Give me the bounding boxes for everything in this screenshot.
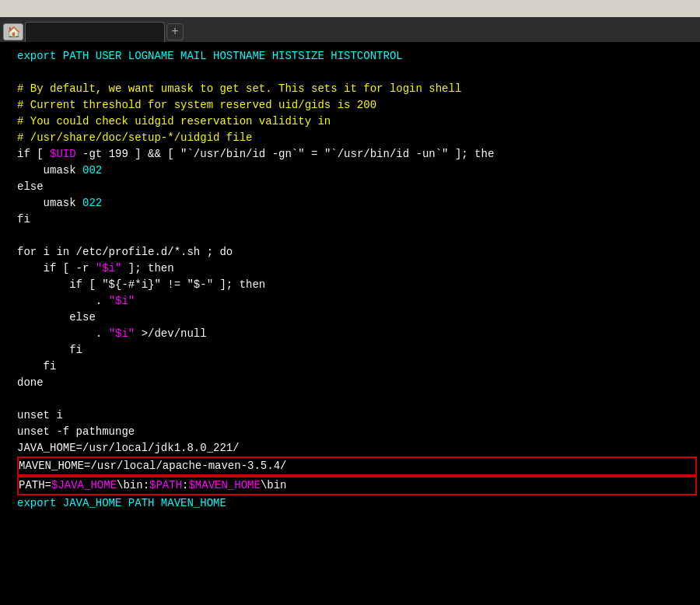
terminal-text-segment: \bin bbox=[261, 479, 287, 491]
terminal-line: else bbox=[17, 179, 697, 195]
terminal-text-segment: ]; then bbox=[121, 262, 173, 275]
terminal-line: export PATH USER LOGNAME MAIL HOSTNAME H… bbox=[17, 48, 697, 65]
terminal-text-segment: PATH= bbox=[19, 479, 51, 491]
terminal-line: if [ $UID -gt 199 ] && [ "`/usr/bin/id -… bbox=[17, 146, 697, 163]
terminal-line: umask 022 bbox=[17, 195, 697, 212]
terminal-text-segment: for i in /etc/profile.d/*.sh ; do bbox=[17, 246, 233, 258]
top-nav bbox=[0, 0, 700, 17]
terminal-text-segment: . bbox=[17, 295, 109, 307]
terminal-line: umask 002 bbox=[17, 163, 697, 179]
terminal-line: . "$i" bbox=[17, 293, 697, 309]
terminal-text-segment: MAVEN_HOME=/usr/local/apache-maven-3.5.4… bbox=[19, 460, 286, 472]
terminal-text-segment: "$i" bbox=[96, 262, 122, 275]
terminal-text-segment: # Current threshold for system reserved … bbox=[17, 99, 376, 111]
terminal-line: MAVEN_HOME=/usr/local/apache-maven-3.5.4… bbox=[17, 456, 697, 476]
terminal-line bbox=[17, 65, 697, 81]
terminal-text-segment: # By default, we want umask to get set. … bbox=[17, 82, 461, 95]
terminal-text-segment: if [ -r bbox=[17, 262, 96, 275]
terminal-line: fi bbox=[17, 212, 697, 228]
terminal-line: if [ "${-#*i}" != "$-" ]; then bbox=[17, 277, 697, 293]
terminal-line: export JAVA_HOME PATH MAVEN_HOME bbox=[17, 495, 697, 512]
terminal-line: unset -f pathmunge bbox=[17, 424, 697, 440]
terminal-line: # Current threshold for system reserved … bbox=[17, 97, 697, 114]
terminal-line: JAVA_HOME=/usr/local/jdk1.8.0_221/ bbox=[17, 440, 697, 456]
terminal-text-segment: # You could check uidgid reservation val… bbox=[17, 115, 331, 128]
terminal-text-segment: umask bbox=[17, 197, 82, 209]
terminal-line: if [ -r "$i" ]; then bbox=[17, 261, 697, 277]
terminal-text-segment: fi bbox=[17, 360, 56, 372]
new-tab-button[interactable]: + bbox=[166, 23, 184, 40]
terminal-line: PATH=$JAVA_HOME\bin:$PATH:$MAVEN_HOME\bi… bbox=[17, 476, 697, 495]
terminal-text-segment: export PATH USER LOGNAME MAIL HOSTNAME H… bbox=[17, 50, 403, 62]
terminal-text-segment: >/dev/null bbox=[135, 327, 206, 340]
terminal-text-segment: else bbox=[17, 311, 96, 323]
home-button[interactable]: 🏠 bbox=[3, 23, 23, 40]
tab-main[interactable] bbox=[25, 22, 165, 42]
terminal-line: done bbox=[17, 375, 697, 391]
terminal-line bbox=[17, 391, 697, 407]
terminal-line: # By default, we want umask to get set. … bbox=[17, 81, 697, 97]
terminal-text-segment: fi bbox=[17, 344, 82, 356]
terminal-text-segment: "$i" bbox=[109, 327, 135, 340]
terminal-line: # /usr/share/doc/setup-*/uidgid file bbox=[17, 130, 697, 146]
terminal-line: else bbox=[17, 309, 697, 326]
terminal-text-segment: if [ bbox=[17, 148, 50, 160]
terminal-line: . "$i" >/dev/null bbox=[17, 326, 697, 342]
terminal-text-segment: \bin: bbox=[117, 479, 149, 491]
terminal-line bbox=[17, 228, 697, 244]
terminal-line: # You could check uidgid reservation val… bbox=[17, 114, 697, 130]
terminal-line: for i in /etc/profile.d/*.sh ; do bbox=[17, 244, 697, 261]
terminal-text-segment: fi bbox=[17, 213, 30, 226]
terminal-text-segment: if [ "${-#*i}" != "$-" ]; then bbox=[17, 278, 265, 291]
terminal-line: fi bbox=[17, 358, 697, 375]
terminal-text-segment: # /usr/share/doc/setup-*/uidgid file bbox=[17, 131, 252, 144]
terminal-text-segment: . bbox=[17, 327, 109, 340]
tab-bar: 🏠 + bbox=[0, 17, 700, 42]
terminal-text-segment: else bbox=[17, 180, 44, 193]
terminal-text-segment: JAVA_HOME=/usr/local/jdk1.8.0_221/ bbox=[17, 442, 240, 454]
terminal-text-segment: $JAVA_HOME bbox=[51, 479, 117, 491]
terminal-text-segment: done bbox=[17, 376, 44, 389]
terminal-text-segment: $UID bbox=[50, 148, 76, 160]
terminal-text-segment: "$i" bbox=[109, 295, 135, 307]
terminal-text-segment: -gt 199 ] && [ "`/usr/bin/id -gn`" = "`/… bbox=[76, 148, 495, 160]
terminal-text-segment: $MAVEN_HOME bbox=[188, 479, 260, 491]
terminal-line: unset i bbox=[17, 407, 697, 424]
terminal-text-segment: umask bbox=[17, 164, 82, 177]
terminal-text-segment: 002 bbox=[82, 164, 102, 177]
terminal-text-segment: export JAVA_HOME PATH MAVEN_HOME bbox=[17, 497, 226, 509]
terminal-line: fi bbox=[17, 342, 697, 358]
terminal-text-segment: unset i bbox=[17, 409, 63, 421]
terminal-text-segment: 022 bbox=[82, 197, 102, 209]
terminal[interactable]: export PATH USER LOGNAME MAIL HOSTNAME H… bbox=[0, 42, 700, 605]
terminal-text-segment: $PATH bbox=[149, 479, 182, 491]
terminal-text-segment: unset -f pathmunge bbox=[17, 425, 135, 438]
terminal-content: export PATH USER LOGNAME MAIL HOSTNAME H… bbox=[17, 48, 697, 512]
